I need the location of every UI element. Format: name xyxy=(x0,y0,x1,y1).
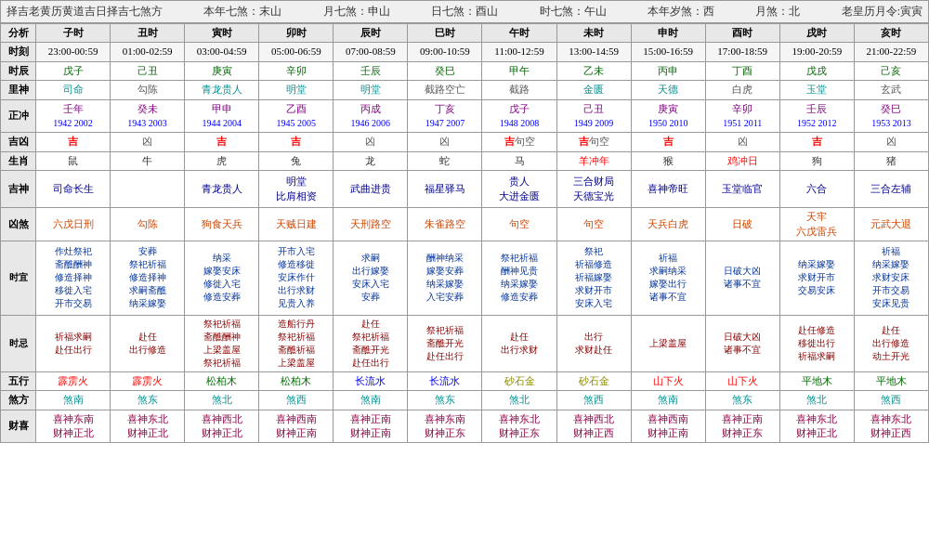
table-cell: 庚寅1950 2010 xyxy=(631,99,705,133)
table-cell: 明堂 xyxy=(259,81,334,99)
table-row: 吉神司命长生青龙贵人明堂比肩相资武曲进贵福星驿马贵人大进金匮三合财局天德宝光喜神… xyxy=(1,171,929,208)
table-cell: 上梁盖屋 xyxy=(631,315,705,371)
table-cell: 戊子1948 2008 xyxy=(482,99,556,133)
col-header-午时: 午时 xyxy=(482,24,556,43)
table-row: 里神司命勾陈青龙贵人明堂明堂截路空亡截路金匮天德白虎玉堂玄武 xyxy=(1,81,929,99)
table-cell: 作灶祭祀斋醮酬神修造择神移徙入宅开市交易 xyxy=(36,241,111,315)
table-cell: 煞东 xyxy=(408,391,482,410)
table-cell: 司命长生 xyxy=(36,171,111,208)
table-row: 生肖鼠牛虎兔龙蛇马羊冲年猴鸡冲日狗猪 xyxy=(1,151,929,170)
table-cell: 龙 xyxy=(334,151,408,170)
table-row: 财喜喜神东南财神正北喜神东北财神正北喜神西北财神正北喜神西南财神正南喜神正南财神… xyxy=(1,410,929,443)
header-title: 择吉老黄历黄道吉日择吉七煞方 xyxy=(7,4,163,20)
table-cell: 平地木 xyxy=(854,371,928,390)
table-cell: 丁亥1947 2007 xyxy=(408,99,482,133)
table-cell: 戊子 xyxy=(36,61,111,80)
table-cell: 丁酉 xyxy=(705,61,779,80)
table-cell: 金匮 xyxy=(556,81,631,99)
table-cell: 17:00-18:59 xyxy=(705,43,779,61)
table-cell: 煞南 xyxy=(36,391,111,410)
table-cell: 23:00-00:59 xyxy=(36,43,111,61)
header-info1: 本年七煞：末山 xyxy=(203,4,281,20)
table-cell: 15:00-16:59 xyxy=(631,43,705,61)
col-header-申时: 申时 xyxy=(631,24,705,43)
table-cell: 吉句空 xyxy=(556,133,631,151)
table-cell: 狗 xyxy=(779,151,854,170)
row-label: 吉神 xyxy=(1,171,36,208)
table-cell: 天兵白虎 xyxy=(631,208,705,241)
row-label: 时刻 xyxy=(1,43,36,61)
table-cell: 吉 xyxy=(185,133,259,151)
col-header-寅时: 寅时 xyxy=(185,24,259,43)
table-cell: 煞西 xyxy=(259,391,334,410)
table-cell: 赴任出行修造动土开光 xyxy=(854,315,928,371)
header-info3: 日七煞：酉山 xyxy=(431,4,498,20)
table-cell: 马 xyxy=(482,151,556,170)
col-header-未时: 未时 xyxy=(556,24,631,43)
table-cell: 三合财局天德宝光 xyxy=(556,171,631,208)
main-table: 分析 子时丑时寅时卯时辰时巳时午时未时申时酉时戌时亥时 时刻23:00-00:5… xyxy=(0,23,929,443)
table-cell: 玉堂 xyxy=(779,81,854,99)
table-cell: 煞东 xyxy=(705,391,779,410)
table-cell: 六戊日刑 xyxy=(36,208,111,241)
table-row: 时忌祈福求嗣赴任出行赴任出行修造祭祀祈福斋醮酬神上梁盖屋祭祀祈福造船行丹祭祀祈福… xyxy=(1,315,929,371)
table-cell: 癸巳 xyxy=(408,61,482,80)
table-cell: 祭祀祈福斋醮酬神上梁盖屋祭祀祈福 xyxy=(185,315,259,371)
table-cell: 明堂比肩相资 xyxy=(259,171,334,208)
col-header-巳时: 巳时 xyxy=(408,24,482,43)
table-cell: 戊戌 xyxy=(779,61,854,80)
table-cell: 出行求财赴任 xyxy=(556,315,631,371)
table-cell: 丙成1946 2006 xyxy=(334,99,408,133)
table-cell: 三合左辅 xyxy=(854,171,928,208)
table-cell: 玉堂临官 xyxy=(705,171,779,208)
table-cell: 乙未 xyxy=(556,61,631,80)
table-cell: 21:00-22:59 xyxy=(854,43,928,61)
table-cell: 乙酉1945 2005 xyxy=(259,99,334,133)
table-row: 凶煞六戊日刑勾陈狗食天兵天贼日建天刑路空朱雀路空句空句空天兵白虎日破天牢六戊雷兵… xyxy=(1,208,929,241)
table-cell: 纳采嫁娶安床修徙入宅修造安葬 xyxy=(185,241,259,315)
table-cell: 白虎 xyxy=(705,81,779,99)
table-cell: 酬神纳采嫁娶安葬纳采嫁娶入宅安葬 xyxy=(408,241,482,315)
table-cell: 壬年1942 2002 xyxy=(36,99,111,133)
table-cell: 松柏木 xyxy=(185,371,259,390)
col-header-卯时: 卯时 xyxy=(259,24,334,43)
table-cell: 元武大退 xyxy=(854,208,928,241)
table-cell: 喜神东北财神正西 xyxy=(854,410,928,443)
table-cell: 喜神正南财神正东 xyxy=(705,410,779,443)
table-cell: 05:00-06:59 xyxy=(259,43,334,61)
table-cell: 截路 xyxy=(482,81,556,99)
table-cell: 蛇 xyxy=(408,151,482,170)
table-cell: 天牢六戊雷兵 xyxy=(779,208,854,241)
table-cell: 煞西 xyxy=(556,391,631,410)
table-cell: 句空 xyxy=(556,208,631,241)
table-cell: 19:00-20:59 xyxy=(779,43,854,61)
table-cell: 庚寅 xyxy=(185,61,259,80)
table-cell: 赴任修造移徙出行祈福求嗣 xyxy=(779,315,854,371)
row-label: 里神 xyxy=(1,81,36,99)
table-cell: 己丑 xyxy=(111,61,185,80)
table-cell: 安葬祭祀祈福修造择神求嗣斋醮纳采嫁娶 xyxy=(111,241,185,315)
table-cell: 狗食天兵 xyxy=(185,208,259,241)
header-info4: 时七煞：午山 xyxy=(540,4,607,20)
table-cell: 贵人大进金匮 xyxy=(482,171,556,208)
table-cell: 青龙贵人 xyxy=(185,81,259,99)
row-label: 时宜 xyxy=(1,241,36,315)
table-cell: 凶 xyxy=(854,133,928,151)
table-cell: 吉 xyxy=(259,133,334,151)
table-cell: 开市入宅修造移徙安床作什出行求财见贵入养 xyxy=(259,241,334,315)
table-cell: 祭祀祈福斋醮开光赴任出行 xyxy=(408,315,482,371)
col-header-酉时: 酉时 xyxy=(705,24,779,43)
table-row: 时宜作灶祭祀斋醮酬神修造择神移徙入宅开市交易安葬祭祀祈福修造择神求嗣斋醮纳采嫁娶… xyxy=(1,241,929,315)
table-cell: 霹雳火 xyxy=(111,371,185,390)
table-cell: 己丑1949 2009 xyxy=(556,99,631,133)
table-cell: 赴任祭祀祈福斋醮开光赴任出行 xyxy=(334,315,408,371)
table-cell: 吉 xyxy=(36,133,111,151)
table-cell: 煞北 xyxy=(779,391,854,410)
table-cell: 07:00-08:59 xyxy=(334,43,408,61)
table-cell: 祭祀祈福修造祈福嫁娶求财开市安床入宅 xyxy=(556,241,631,315)
table-cell: 喜神西北财神正西 xyxy=(556,410,631,443)
table-cell: 六合 xyxy=(779,171,854,208)
table-cell: 明堂 xyxy=(334,81,408,99)
table-cell: 喜神东北财神正东 xyxy=(482,410,556,443)
table-cell: 祈福纳采嫁娶求财安床开市交易安床见贵 xyxy=(854,241,928,315)
